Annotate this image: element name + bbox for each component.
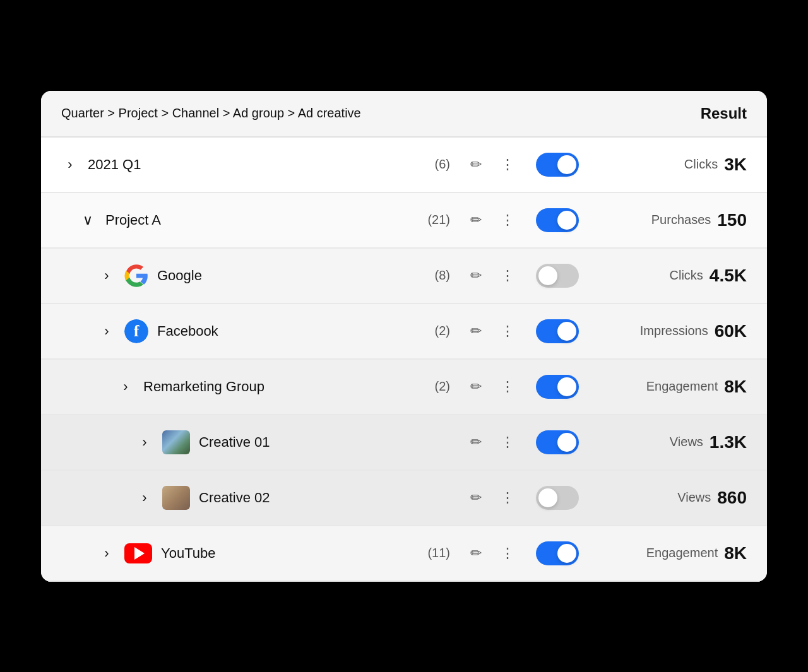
edit-button-youtube[interactable]: ✏ (465, 543, 487, 564)
facebook-icon: f (124, 319, 148, 343)
row-main-facebook: › f Facebook (2) ✏ ⋮ (98, 319, 520, 343)
toggle-col-remarketing-group (520, 375, 595, 399)
label-creative-01: Creative 01 (199, 434, 456, 451)
chevron-google[interactable]: › (98, 268, 116, 284)
chevron-remarketing-group[interactable]: › (117, 379, 134, 395)
google-icon (124, 264, 148, 288)
result-value-youtube: 8K (724, 543, 747, 563)
result-col-youtube: Engagement 8K (595, 543, 747, 563)
edit-button-google[interactable]: ✏ (465, 265, 487, 286)
count-project-a: (21) (427, 213, 450, 227)
toggle-facebook[interactable] (536, 319, 579, 343)
main-container: Quarter > Project > Channel > Ad group >… (41, 91, 767, 582)
toggle-creative-02[interactable] (536, 486, 579, 510)
result-col-google: Clicks 4.5K (595, 266, 747, 286)
edit-button-remarketing-group[interactable]: ✏ (465, 376, 487, 398)
result-value-project-a: 150 (717, 210, 747, 230)
result-col-project-a: Purchases 150 (595, 210, 747, 230)
chevron-youtube[interactable]: › (98, 545, 116, 562)
result-metric-google: Clicks (670, 268, 703, 283)
toggle-col-youtube (520, 541, 595, 565)
label-youtube: YouTube (161, 545, 419, 562)
more-button-youtube[interactable]: ⋮ (496, 543, 520, 564)
result-value-facebook: 60K (715, 321, 747, 341)
toggle-knob-project-a (557, 211, 576, 230)
row-main-remarketing-group: › Remarketing Group (2) ✏ ⋮ (117, 376, 520, 398)
chevron-creative-01[interactable]: › (136, 434, 153, 451)
label-google: Google (157, 268, 426, 284)
more-button-creative-02[interactable]: ⋮ (496, 487, 520, 509)
edit-button-facebook[interactable]: ✏ (465, 321, 487, 342)
label-project-a: Project A (105, 212, 419, 228)
creative-02-thumbnail (162, 486, 190, 510)
chevron-facebook[interactable]: › (98, 323, 116, 339)
header-result-label: Result (595, 105, 747, 122)
row-main-project-a: ∨ Project A (21) ✏ ⋮ (79, 209, 520, 231)
edit-button-2021q1[interactable]: ✏ (465, 154, 487, 175)
toggle-knob-creative-01 (557, 433, 576, 452)
toggle-knob-remarketing-group (557, 377, 576, 396)
breadcrumb: Quarter > Project > Channel > Ad group >… (61, 106, 520, 121)
toggle-col-creative-01 (520, 430, 595, 454)
count-remarketing-group: (2) (435, 379, 450, 394)
toggle-col-2021q1 (520, 153, 595, 177)
row-main-youtube: › YouTube (11) ✏ ⋮ (98, 543, 520, 564)
result-value-2021q1: 3K (724, 155, 747, 175)
toggle-2021q1[interactable] (536, 153, 579, 177)
label-creative-02: Creative 02 (199, 490, 456, 506)
result-col-remarketing-group: Engagement 8K (595, 377, 747, 397)
more-button-2021q1[interactable]: ⋮ (496, 154, 520, 175)
chevron-creative-02[interactable]: › (136, 490, 153, 506)
row-main-creative-02: › Creative 02 ✏ ⋮ (136, 486, 520, 510)
result-col-creative-01: Views 1.3K (595, 432, 747, 452)
row-creative-02: › Creative 02 ✏ ⋮ Views 860 (41, 471, 767, 526)
count-2021q1: (6) (435, 157, 450, 172)
row-youtube: › YouTube (11) ✏ ⋮ Engagement 8K (41, 526, 767, 582)
more-button-google[interactable]: ⋮ (496, 265, 520, 286)
rows-container: › 2021 Q1 (6) ✏ ⋮ Clicks 3K ∨ Project A … (41, 138, 767, 582)
header-row: Quarter > Project > Channel > Ad group >… (41, 91, 767, 138)
label-remarketing-group: Remarketing Group (143, 379, 426, 395)
toggle-col-google (520, 264, 595, 288)
edit-button-creative-01[interactable]: ✏ (465, 432, 487, 453)
more-button-creative-01[interactable]: ⋮ (496, 432, 520, 453)
row-creative-01: › Creative 01 ✏ ⋮ Views 1.3K (41, 415, 767, 471)
row-main-2021q1: › 2021 Q1 (6) ✏ ⋮ (61, 154, 520, 175)
more-button-facebook[interactable]: ⋮ (496, 321, 520, 342)
toggle-knob-facebook (557, 322, 576, 341)
result-value-creative-01: 1.3K (710, 432, 747, 452)
label-facebook: Facebook (157, 323, 426, 339)
row-2021q1: › 2021 Q1 (6) ✏ ⋮ Clicks 3K (41, 138, 767, 193)
row-main-creative-01: › Creative 01 ✏ ⋮ (136, 430, 520, 454)
toggle-creative-01[interactable] (536, 430, 579, 454)
row-main-google: › Google (8) ✏ ⋮ (98, 264, 520, 288)
edit-button-creative-02[interactable]: ✏ (465, 487, 487, 509)
row-remarketing-group: › Remarketing Group (2) ✏ ⋮ Engagement 8… (41, 360, 767, 415)
toggle-remarketing-group[interactable] (536, 375, 579, 399)
toggle-col-project-a (520, 208, 595, 232)
row-facebook: › f Facebook (2) ✏ ⋮ Impressions 60K (41, 304, 767, 360)
result-metric-youtube: Engagement (646, 546, 718, 560)
toggle-knob-2021q1 (557, 155, 576, 174)
toggle-knob-youtube (557, 544, 576, 563)
toggle-project-a[interactable] (536, 208, 579, 232)
result-metric-2021q1: Clicks (684, 157, 718, 172)
result-metric-creative-02: Views (677, 490, 711, 505)
chevron-2021q1[interactable]: › (61, 156, 79, 173)
label-2021q1: 2021 Q1 (88, 156, 426, 173)
row-google: › Google (8) ✏ ⋮ Clicks 4.5K (41, 249, 767, 304)
more-button-remarketing-group[interactable]: ⋮ (496, 376, 520, 398)
toggle-col-creative-02 (520, 486, 595, 510)
result-metric-project-a: Purchases (651, 213, 711, 227)
result-col-creative-02: Views 860 (595, 488, 747, 508)
toggle-youtube[interactable] (536, 541, 579, 565)
toggle-knob-google (538, 266, 557, 285)
result-col-2021q1: Clicks 3K (595, 155, 747, 175)
chevron-project-a[interactable]: ∨ (79, 212, 97, 228)
edit-button-project-a[interactable]: ✏ (465, 209, 487, 231)
more-button-project-a[interactable]: ⋮ (496, 209, 520, 231)
result-metric-facebook: Impressions (640, 324, 708, 338)
toggle-google[interactable] (536, 264, 579, 288)
result-col-facebook: Impressions 60K (595, 321, 747, 341)
count-youtube: (11) (427, 546, 450, 560)
